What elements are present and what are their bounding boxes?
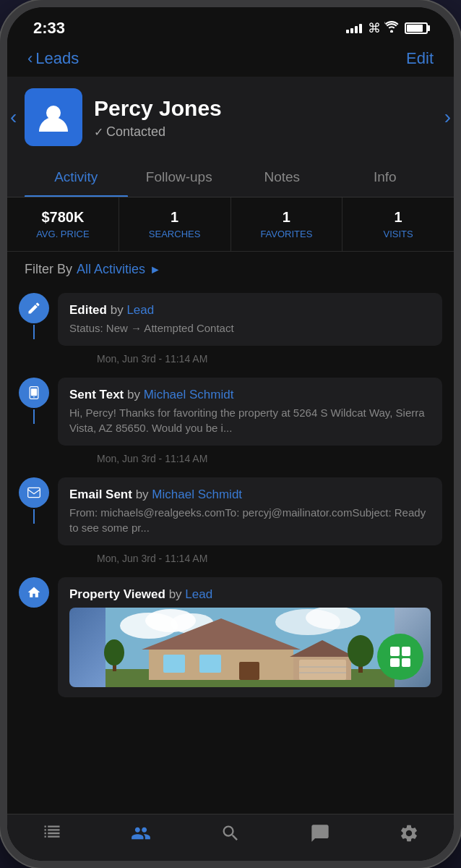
- activity-card-edited: Edited by Lead Status: New → Attempted C…: [58, 293, 442, 346]
- edit-button[interactable]: Edit: [406, 49, 434, 68]
- tab-activity[interactable]: Activity: [25, 158, 128, 197]
- activity-title: Sent Text by Michael Schmidt: [69, 388, 431, 402]
- profile-status: ✓ Contacted: [94, 124, 436, 140]
- stat-avg-price: $780K AVG. PRICE: [7, 197, 119, 251]
- status-bar: 2:33 ⌘: [7, 7, 454, 43]
- svg-rect-19: [299, 660, 346, 680]
- home-icon: [19, 577, 49, 608]
- prev-profile-button[interactable]: ‹: [10, 106, 17, 129]
- next-profile-button[interactable]: ›: [444, 106, 451, 129]
- tab-followups[interactable]: Follow-ups: [128, 158, 231, 197]
- activity-title: Edited by Lead: [69, 303, 431, 318]
- phone-frame: 2:33 ⌘ ‹: [0, 0, 461, 868]
- grid-icon: [390, 647, 410, 667]
- svg-rect-2: [31, 388, 37, 396]
- svg-rect-4: [28, 488, 40, 497]
- email-icon: [19, 477, 49, 508]
- visits-label: VISITS: [348, 229, 448, 239]
- nav-chat[interactable]: [275, 823, 365, 843]
- list-item: Sent Text by Michael Schmidt Hi, Percy! …: [19, 378, 442, 475]
- nav-settings[interactable]: [364, 823, 454, 843]
- activity-desc: Hi, Percy! Thanks for favoriting the pro…: [69, 405, 431, 435]
- favorites-value: 1: [237, 209, 337, 226]
- nav-people[interactable]: [97, 823, 186, 843]
- property-image: [69, 608, 431, 687]
- profile-name: Percy Jones: [94, 95, 436, 122]
- battery-icon: [405, 22, 428, 34]
- filter-bar[interactable]: Filter By All Activities ►: [7, 252, 454, 287]
- activity-time: Mon, Jun 3rd - 11:14 AM: [58, 448, 442, 475]
- searches-label: SEARCHES: [125, 229, 225, 239]
- svg-rect-18: [239, 662, 259, 680]
- pencil-icon: [19, 293, 49, 323]
- status-label: Contacted: [106, 124, 165, 140]
- svg-point-23: [348, 635, 374, 667]
- tab-info[interactable]: Info: [334, 158, 437, 197]
- chevron-left-icon: ‹: [27, 49, 33, 68]
- stats-row: $780K AVG. PRICE 1 SEARCHES 1 FAVORITES …: [7, 197, 454, 252]
- activity-desc: Status: New → Attempted Contact: [69, 320, 431, 336]
- timeline-property: [19, 577, 49, 608]
- phone-inner: 2:33 ⌘ ‹: [7, 7, 454, 861]
- visits-value: 1: [348, 209, 448, 226]
- wifi-icon: ⌘: [368, 20, 399, 36]
- tab-notes[interactable]: Notes: [231, 158, 334, 197]
- status-time: 2:33: [33, 19, 65, 38]
- activity-card-senttext: Sent Text by Michael Schmidt Hi, Percy! …: [58, 378, 442, 446]
- favorites-label: FAVORITES: [237, 229, 337, 239]
- activity-feed: Edited by Lead Status: New → Attempted C…: [7, 287, 454, 814]
- avatar: [25, 88, 82, 146]
- activity-card-email: Email Sent by Michael Schmidt From: mich…: [58, 477, 442, 545]
- filter-value[interactable]: All Activities: [77, 262, 145, 277]
- timeline-email: [19, 477, 49, 524]
- activity-card-property: Property Viewed by Lead: [58, 577, 442, 697]
- svg-rect-16: [163, 655, 185, 673]
- timeline-senttext: [19, 378, 49, 424]
- timeline-edited: [19, 293, 49, 339]
- phone-icon: [19, 378, 49, 408]
- activity-title: Email Sent by Michael Schmidt: [69, 488, 431, 502]
- activity-desc: From: michaels@realgeeks.comTo: percyj@m…: [69, 505, 431, 535]
- back-button[interactable]: ‹ Leads: [27, 49, 79, 68]
- avg-price-label: AVG. PRICE: [13, 229, 113, 239]
- nav-list[interactable]: [7, 823, 97, 843]
- nav-header: ‹ Leads Edit: [7, 43, 454, 77]
- nav-search[interactable]: [186, 823, 275, 843]
- svg-point-3: [33, 396, 35, 398]
- avg-price-value: $780K: [13, 209, 113, 226]
- status-icons: ⌘: [346, 20, 428, 36]
- stat-favorites: 1 FAVORITES: [231, 197, 343, 251]
- profile-info: Percy Jones ✓ Contacted: [94, 95, 436, 140]
- list-item: Email Sent by Michael Schmidt From: mich…: [19, 477, 442, 574]
- signal-icon: [346, 24, 362, 33]
- svg-point-25: [104, 639, 124, 665]
- bottom-nav: [7, 814, 454, 861]
- stat-searches: 1 SEARCHES: [119, 197, 231, 251]
- filter-prefix: Filter By: [25, 262, 72, 277]
- activity-time: Mon, Jun 3rd - 11:14 AM: [58, 548, 442, 574]
- activity-time: Mon, Jun 3rd - 11:14 AM: [58, 349, 442, 375]
- tabs-container: Activity Follow-ups Notes Info: [7, 158, 454, 197]
- checkmark-icon: ✓: [94, 125, 103, 139]
- searches-value: 1: [125, 209, 225, 226]
- list-item: Edited by Lead Status: New → Attempted C…: [19, 293, 442, 375]
- grid-view-button[interactable]: [377, 634, 423, 680]
- back-label[interactable]: Leads: [35, 49, 79, 68]
- filter-arrow-icon: ►: [150, 263, 161, 276]
- activity-title: Property Viewed by Lead: [69, 587, 431, 602]
- stat-visits: 1 VISITS: [342, 197, 454, 251]
- list-item: Property Viewed by Lead: [19, 577, 442, 700]
- profile-section: ‹ Percy Jones ✓ Contacted ›: [7, 77, 454, 158]
- svg-rect-17: [199, 655, 221, 673]
